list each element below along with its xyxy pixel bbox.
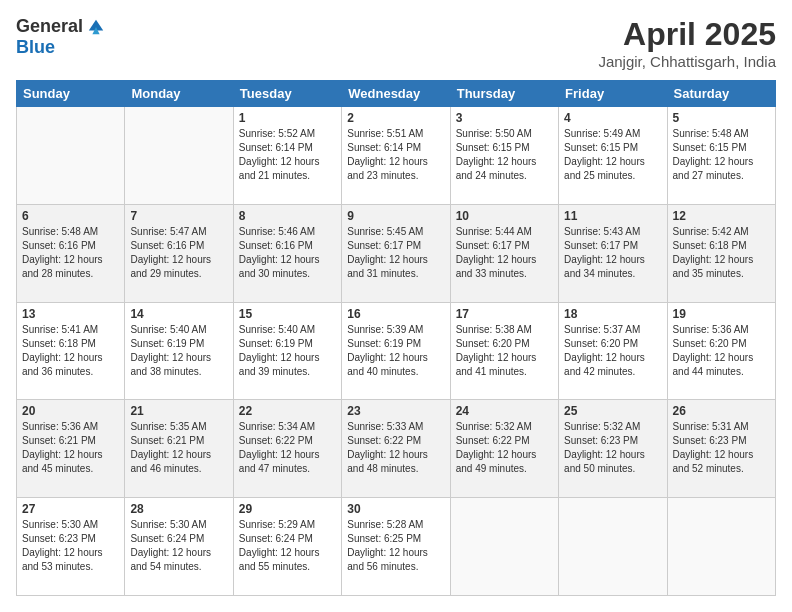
calendar-week-row: 6Sunrise: 5:48 AM Sunset: 6:16 PM Daylig…	[17, 204, 776, 302]
calendar-cell: 9Sunrise: 5:45 AM Sunset: 6:17 PM Daylig…	[342, 204, 450, 302]
day-info: Sunrise: 5:41 AM Sunset: 6:18 PM Dayligh…	[22, 323, 119, 379]
day-number: 5	[673, 111, 770, 125]
calendar-cell: 21Sunrise: 5:35 AM Sunset: 6:21 PM Dayli…	[125, 400, 233, 498]
day-info: Sunrise: 5:32 AM Sunset: 6:22 PM Dayligh…	[456, 420, 553, 476]
day-number: 3	[456, 111, 553, 125]
day-number: 18	[564, 307, 661, 321]
day-info: Sunrise: 5:46 AM Sunset: 6:16 PM Dayligh…	[239, 225, 336, 281]
calendar-cell: 26Sunrise: 5:31 AM Sunset: 6:23 PM Dayli…	[667, 400, 775, 498]
calendar-cell: 3Sunrise: 5:50 AM Sunset: 6:15 PM Daylig…	[450, 107, 558, 205]
day-number: 11	[564, 209, 661, 223]
header-monday: Monday	[125, 81, 233, 107]
calendar-cell: 27Sunrise: 5:30 AM Sunset: 6:23 PM Dayli…	[17, 498, 125, 596]
day-number: 28	[130, 502, 227, 516]
day-number: 7	[130, 209, 227, 223]
calendar-cell: 12Sunrise: 5:42 AM Sunset: 6:18 PM Dayli…	[667, 204, 775, 302]
location-title: Janjgir, Chhattisgarh, India	[598, 53, 776, 70]
page: General Blue April 2025 Janjgir, Chhatti…	[0, 0, 792, 612]
calendar-cell: 30Sunrise: 5:28 AM Sunset: 6:25 PM Dayli…	[342, 498, 450, 596]
calendar-cell: 2Sunrise: 5:51 AM Sunset: 6:14 PM Daylig…	[342, 107, 450, 205]
calendar-cell: 29Sunrise: 5:29 AM Sunset: 6:24 PM Dayli…	[233, 498, 341, 596]
day-number: 21	[130, 404, 227, 418]
calendar-cell: 15Sunrise: 5:40 AM Sunset: 6:19 PM Dayli…	[233, 302, 341, 400]
day-number: 16	[347, 307, 444, 321]
calendar-cell: 10Sunrise: 5:44 AM Sunset: 6:17 PM Dayli…	[450, 204, 558, 302]
calendar-cell: 4Sunrise: 5:49 AM Sunset: 6:15 PM Daylig…	[559, 107, 667, 205]
day-number: 24	[456, 404, 553, 418]
calendar: Sunday Monday Tuesday Wednesday Thursday…	[16, 80, 776, 596]
day-info: Sunrise: 5:49 AM Sunset: 6:15 PM Dayligh…	[564, 127, 661, 183]
header: General Blue April 2025 Janjgir, Chhatti…	[16, 16, 776, 70]
calendar-cell: 7Sunrise: 5:47 AM Sunset: 6:16 PM Daylig…	[125, 204, 233, 302]
calendar-week-row: 13Sunrise: 5:41 AM Sunset: 6:18 PM Dayli…	[17, 302, 776, 400]
calendar-week-row: 1Sunrise: 5:52 AM Sunset: 6:14 PM Daylig…	[17, 107, 776, 205]
day-info: Sunrise: 5:39 AM Sunset: 6:19 PM Dayligh…	[347, 323, 444, 379]
day-number: 10	[456, 209, 553, 223]
day-info: Sunrise: 5:40 AM Sunset: 6:19 PM Dayligh…	[130, 323, 227, 379]
calendar-week-row: 20Sunrise: 5:36 AM Sunset: 6:21 PM Dayli…	[17, 400, 776, 498]
calendar-cell	[125, 107, 233, 205]
calendar-cell	[450, 498, 558, 596]
day-info: Sunrise: 5:28 AM Sunset: 6:25 PM Dayligh…	[347, 518, 444, 574]
day-info: Sunrise: 5:45 AM Sunset: 6:17 PM Dayligh…	[347, 225, 444, 281]
day-info: Sunrise: 5:31 AM Sunset: 6:23 PM Dayligh…	[673, 420, 770, 476]
day-info: Sunrise: 5:48 AM Sunset: 6:15 PM Dayligh…	[673, 127, 770, 183]
day-info: Sunrise: 5:36 AM Sunset: 6:20 PM Dayligh…	[673, 323, 770, 379]
day-info: Sunrise: 5:34 AM Sunset: 6:22 PM Dayligh…	[239, 420, 336, 476]
calendar-cell: 6Sunrise: 5:48 AM Sunset: 6:16 PM Daylig…	[17, 204, 125, 302]
calendar-cell: 13Sunrise: 5:41 AM Sunset: 6:18 PM Dayli…	[17, 302, 125, 400]
day-info: Sunrise: 5:33 AM Sunset: 6:22 PM Dayligh…	[347, 420, 444, 476]
header-friday: Friday	[559, 81, 667, 107]
day-info: Sunrise: 5:47 AM Sunset: 6:16 PM Dayligh…	[130, 225, 227, 281]
calendar-week-row: 27Sunrise: 5:30 AM Sunset: 6:23 PM Dayli…	[17, 498, 776, 596]
calendar-cell	[17, 107, 125, 205]
calendar-cell: 25Sunrise: 5:32 AM Sunset: 6:23 PM Dayli…	[559, 400, 667, 498]
day-number: 13	[22, 307, 119, 321]
header-thursday: Thursday	[450, 81, 558, 107]
logo: General Blue	[16, 16, 105, 58]
header-wednesday: Wednesday	[342, 81, 450, 107]
calendar-cell	[667, 498, 775, 596]
logo-icon	[87, 18, 105, 36]
calendar-cell: 23Sunrise: 5:33 AM Sunset: 6:22 PM Dayli…	[342, 400, 450, 498]
calendar-cell: 14Sunrise: 5:40 AM Sunset: 6:19 PM Dayli…	[125, 302, 233, 400]
calendar-cell: 11Sunrise: 5:43 AM Sunset: 6:17 PM Dayli…	[559, 204, 667, 302]
day-number: 26	[673, 404, 770, 418]
calendar-cell	[559, 498, 667, 596]
month-title: April 2025	[598, 16, 776, 53]
day-number: 22	[239, 404, 336, 418]
calendar-cell: 28Sunrise: 5:30 AM Sunset: 6:24 PM Dayli…	[125, 498, 233, 596]
day-number: 1	[239, 111, 336, 125]
day-info: Sunrise: 5:30 AM Sunset: 6:24 PM Dayligh…	[130, 518, 227, 574]
day-info: Sunrise: 5:52 AM Sunset: 6:14 PM Dayligh…	[239, 127, 336, 183]
day-info: Sunrise: 5:29 AM Sunset: 6:24 PM Dayligh…	[239, 518, 336, 574]
day-info: Sunrise: 5:37 AM Sunset: 6:20 PM Dayligh…	[564, 323, 661, 379]
header-saturday: Saturday	[667, 81, 775, 107]
day-number: 15	[239, 307, 336, 321]
day-info: Sunrise: 5:38 AM Sunset: 6:20 PM Dayligh…	[456, 323, 553, 379]
header-sunday: Sunday	[17, 81, 125, 107]
day-number: 2	[347, 111, 444, 125]
day-info: Sunrise: 5:32 AM Sunset: 6:23 PM Dayligh…	[564, 420, 661, 476]
logo-general: General	[16, 16, 83, 37]
calendar-cell: 20Sunrise: 5:36 AM Sunset: 6:21 PM Dayli…	[17, 400, 125, 498]
calendar-cell: 5Sunrise: 5:48 AM Sunset: 6:15 PM Daylig…	[667, 107, 775, 205]
day-info: Sunrise: 5:51 AM Sunset: 6:14 PM Dayligh…	[347, 127, 444, 183]
day-info: Sunrise: 5:30 AM Sunset: 6:23 PM Dayligh…	[22, 518, 119, 574]
day-number: 4	[564, 111, 661, 125]
day-number: 23	[347, 404, 444, 418]
day-number: 19	[673, 307, 770, 321]
logo-blue: Blue	[16, 37, 55, 58]
calendar-cell: 17Sunrise: 5:38 AM Sunset: 6:20 PM Dayli…	[450, 302, 558, 400]
day-number: 20	[22, 404, 119, 418]
day-number: 8	[239, 209, 336, 223]
header-tuesday: Tuesday	[233, 81, 341, 107]
day-number: 30	[347, 502, 444, 516]
day-info: Sunrise: 5:48 AM Sunset: 6:16 PM Dayligh…	[22, 225, 119, 281]
day-info: Sunrise: 5:40 AM Sunset: 6:19 PM Dayligh…	[239, 323, 336, 379]
calendar-cell: 22Sunrise: 5:34 AM Sunset: 6:22 PM Dayli…	[233, 400, 341, 498]
day-number: 12	[673, 209, 770, 223]
day-info: Sunrise: 5:42 AM Sunset: 6:18 PM Dayligh…	[673, 225, 770, 281]
calendar-cell: 16Sunrise: 5:39 AM Sunset: 6:19 PM Dayli…	[342, 302, 450, 400]
calendar-cell: 24Sunrise: 5:32 AM Sunset: 6:22 PM Dayli…	[450, 400, 558, 498]
